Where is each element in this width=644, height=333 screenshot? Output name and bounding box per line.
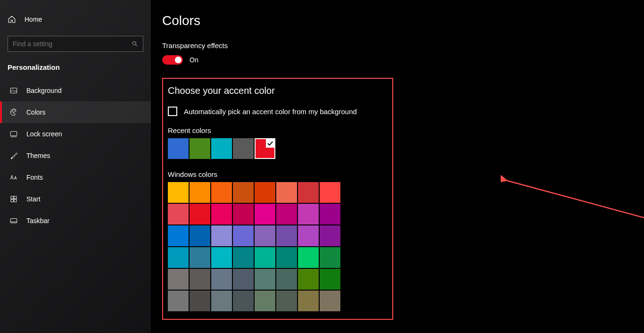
sidebar-item-label: Background: [26, 87, 62, 94]
svg-rect-9: [14, 196, 17, 199]
windows-color-swatch[interactable]: [298, 291, 319, 311]
monitor-icon: [9, 130, 18, 138]
recent-colors-label: Recent colors: [168, 126, 388, 134]
windows-color-swatch[interactable]: [320, 291, 340, 311]
home-icon: [8, 15, 16, 24]
windows-color-swatch[interactable]: [298, 269, 319, 290]
recent-color-swatch[interactable]: [211, 138, 232, 159]
svg-rect-6: [10, 132, 17, 136]
windows-color-swatch[interactable]: [211, 291, 232, 311]
windows-color-swatch[interactable]: [276, 269, 297, 290]
svg-rect-8: [11, 196, 13, 199]
sidebar: Home Personalization Background Colors L…: [0, 0, 151, 333]
sidebar-item-fonts[interactable]: Fonts: [0, 166, 151, 188]
sidebar-item-label: Start: [26, 195, 41, 203]
sidebar-item-lockscreen[interactable]: Lock screen: [0, 123, 151, 145]
home-label: Home: [25, 16, 42, 23]
windows-color-swatch[interactable]: [320, 204, 340, 225]
sidebar-item-background[interactable]: Background: [0, 80, 151, 101]
home-link[interactable]: Home: [0, 11, 151, 27]
windows-color-swatch[interactable]: [190, 247, 210, 268]
windows-color-swatch[interactable]: [190, 269, 210, 290]
sidebar-item-taskbar[interactable]: Taskbar: [0, 210, 151, 232]
grid-icon: [9, 195, 18, 203]
svg-line-1: [136, 45, 137, 46]
svg-rect-2: [10, 88, 17, 93]
page-title: Colors: [162, 13, 644, 28]
windows-color-swatch[interactable]: [190, 182, 210, 203]
windows-color-swatch[interactable]: [255, 247, 275, 268]
windows-color-swatch[interactable]: [276, 225, 297, 246]
recent-color-swatch[interactable]: [233, 138, 254, 159]
transparency-toggle[interactable]: [162, 55, 183, 65]
sidebar-item-themes[interactable]: Themes: [0, 145, 151, 166]
windows-color-swatch[interactable]: [233, 225, 254, 246]
sidebar-item-colors[interactable]: Colors: [0, 101, 151, 123]
recent-color-swatch[interactable]: [255, 138, 275, 159]
windows-color-swatch[interactable]: [320, 247, 340, 268]
windows-color-swatch[interactable]: [255, 225, 275, 246]
windows-color-swatch[interactable]: [276, 291, 297, 311]
image-icon: [9, 86, 18, 95]
windows-color-swatch[interactable]: [211, 247, 232, 268]
windows-color-swatch[interactable]: [233, 182, 254, 203]
taskbar-icon: [9, 216, 18, 225]
windows-color-swatch[interactable]: [168, 182, 189, 203]
windows-color-swatch[interactable]: [276, 182, 297, 203]
windows-color-swatch[interactable]: [298, 247, 319, 268]
windows-color-swatch[interactable]: [320, 182, 340, 203]
svg-rect-10: [11, 200, 13, 202]
svg-point-0: [132, 42, 136, 45]
recent-color-swatch[interactable]: [168, 138, 189, 159]
windows-color-swatch[interactable]: [276, 204, 297, 225]
annotation-arrow: [501, 175, 644, 232]
search-input[interactable]: [13, 40, 132, 48]
svg-rect-11: [14, 200, 17, 202]
sidebar-item-start[interactable]: Start: [0, 188, 151, 210]
transparency-label: Transparency effects: [162, 42, 644, 50]
brush-icon: [9, 151, 18, 160]
windows-color-swatch[interactable]: [211, 269, 232, 290]
recent-color-swatch[interactable]: [190, 138, 210, 159]
windows-color-swatch[interactable]: [233, 269, 254, 290]
sidebar-item-label: Lock screen: [26, 130, 62, 138]
accent-heading: Choose your accent color: [168, 85, 388, 96]
auto-accent-checkbox[interactable]: Automatically pick an accent color from …: [168, 107, 388, 116]
windows-color-swatch[interactable]: [255, 204, 275, 225]
accent-color-panel: Choose your accent color Automatically p…: [162, 78, 393, 320]
windows-color-swatch[interactable]: [168, 247, 189, 268]
sidebar-item-label: Themes: [26, 152, 50, 159]
windows-color-swatch[interactable]: [190, 291, 210, 311]
windows-color-swatch[interactable]: [320, 269, 340, 290]
sidebar-item-label: Taskbar: [26, 217, 50, 225]
windows-color-swatch[interactable]: [168, 291, 189, 311]
svg-line-16: [505, 180, 644, 227]
windows-color-swatch[interactable]: [211, 204, 232, 225]
transparency-toggle-row: On: [162, 55, 644, 65]
search-box[interactable]: [8, 36, 143, 52]
windows-color-swatch[interactable]: [168, 225, 189, 246]
windows-color-swatch[interactable]: [298, 182, 319, 203]
windows-color-swatch[interactable]: [233, 204, 254, 225]
svg-point-4: [12, 110, 13, 111]
windows-color-swatch[interactable]: [320, 225, 340, 246]
windows-color-swatch[interactable]: [190, 225, 210, 246]
windows-color-swatch[interactable]: [298, 225, 319, 246]
windows-color-swatch[interactable]: [168, 204, 189, 225]
fonts-icon: [9, 173, 18, 182]
windows-color-swatch[interactable]: [233, 247, 254, 268]
windows-color-swatch[interactable]: [255, 269, 275, 290]
windows-color-swatch[interactable]: [255, 291, 275, 311]
windows-color-swatch[interactable]: [190, 204, 210, 225]
windows-color-swatch[interactable]: [168, 269, 189, 290]
windows-color-swatch[interactable]: [298, 204, 319, 225]
windows-color-swatch[interactable]: [255, 182, 275, 203]
search-icon: [132, 41, 138, 47]
windows-color-swatch[interactable]: [211, 182, 232, 203]
windows-color-swatch[interactable]: [233, 291, 254, 311]
palette-icon: [9, 108, 18, 117]
recent-colors-row: [168, 138, 388, 159]
windows-color-swatch[interactable]: [276, 247, 297, 268]
windows-colors-grid: [168, 182, 388, 311]
windows-color-swatch[interactable]: [211, 225, 232, 246]
